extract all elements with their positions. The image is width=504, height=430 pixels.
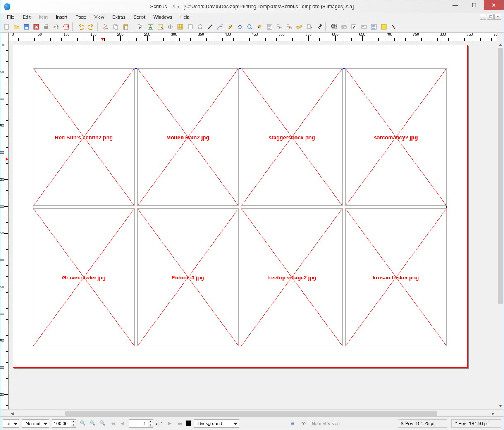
layer-select[interactable]: Background: [194, 419, 239, 428]
zoom-spinner[interactable]: ▲▼: [52, 419, 76, 428]
document-page[interactable]: Red Sun's Zenith2.pngMolten Rain2.jpgsta…: [13, 45, 468, 368]
pdf-combobox-button[interactable]: [359, 22, 368, 31]
zoom-input[interactable]: [52, 419, 71, 428]
canvas-area[interactable]: Red Sun's Zenith2.pngMolten Rain2.jpgsta…: [9, 41, 497, 409]
horizontal-scroll-thumb[interactable]: [65, 411, 437, 416]
menu-page[interactable]: Page: [72, 14, 91, 20]
scroll-left-button[interactable]: ◀: [9, 410, 16, 417]
line-button[interactable]: [205, 22, 215, 31]
scroll-right-button[interactable]: ▶: [490, 410, 497, 417]
vertical-ruler[interactable]: 0501001502002503003504004505005506006507…: [0, 41, 9, 409]
close-button[interactable]: [32, 22, 41, 31]
window-close-button[interactable]: ✕: [484, 0, 504, 10]
scroll-down-button[interactable]: ▼: [497, 402, 504, 409]
scroll-up-button[interactable]: ▲: [497, 41, 504, 48]
redo-button[interactable]: [86, 22, 96, 31]
unit-select[interactable]: pt: [3, 419, 19, 428]
cms-toggle-button[interactable]: 👁: [300, 420, 308, 427]
zoom-down-icon[interactable]: ▼: [71, 423, 76, 427]
menu-edit[interactable]: Edit: [19, 14, 35, 20]
menu-extras[interactable]: Extras: [108, 14, 129, 20]
pdf-button[interactable]: PDF: [62, 22, 71, 31]
menu-insert[interactable]: Insert: [52, 14, 72, 20]
zoom-button[interactable]: [245, 22, 254, 31]
frame-filename: Gravecrawler.jpg: [62, 274, 105, 280]
svg-rect-2: [25, 27, 28, 29]
polygon-button[interactable]: [196, 22, 205, 31]
mdi-minimize-button[interactable]: —: [480, 14, 486, 20]
edit-contents-button[interactable]: A: [255, 22, 264, 31]
pdf-textfield-button[interactable]: [339, 22, 349, 31]
cut-button[interactable]: [101, 22, 110, 31]
image-frame[interactable]: Entomb3.jpg: [137, 208, 239, 346]
page-input[interactable]: [129, 419, 148, 428]
pdf-annotation-button[interactable]: [379, 22, 388, 31]
next-page-button[interactable]: ▶: [166, 420, 173, 427]
link-button[interactable]: [275, 22, 284, 31]
open-button[interactable]: [12, 22, 21, 31]
pdf-link-button[interactable]: [389, 22, 398, 31]
undo-button[interactable]: [76, 22, 86, 31]
pdf-button-button[interactable]: OK: [330, 22, 339, 31]
mdi-close-button[interactable]: ✕: [494, 14, 501, 20]
new-button[interactable]: [2, 22, 11, 31]
image-frame[interactable]: Molten Rain2.jpg: [137, 68, 239, 206]
bezier-button[interactable]: [215, 22, 225, 31]
image-frame-button[interactable]: [156, 22, 165, 31]
window-titlebar: Scribus 1.4.5 - [C:\Users\David\Desktop\…: [0, 0, 504, 13]
edit-text-button[interactable]: [265, 22, 274, 31]
paste-button[interactable]: [121, 22, 130, 31]
image-frame[interactable]: treetop village2.jpg: [241, 208, 343, 346]
save-button[interactable]: [22, 22, 31, 31]
zoom-in-button[interactable]: 🔍: [99, 420, 106, 427]
preview-toggle-button[interactable]: 🖥: [289, 420, 296, 427]
copy-props-button[interactable]: [305, 22, 314, 31]
image-frame[interactable]: krosan tusker.png: [345, 208, 447, 346]
shape-button[interactable]: [186, 22, 195, 31]
preview-mode-select[interactable]: Normal: [22, 419, 49, 428]
mdi-restore-button[interactable]: ❐: [487, 14, 494, 20]
horizontal-ruler[interactable]: 0501001502002503003504004505005506006507…: [9, 33, 497, 41]
table-button[interactable]: [176, 22, 185, 31]
preflight-button[interactable]: [52, 22, 61, 31]
print-button[interactable]: [42, 22, 51, 31]
horizontal-scrollbar[interactable]: [16, 410, 490, 416]
first-page-button[interactable]: ⏮: [109, 420, 116, 427]
menu-item[interactable]: Item: [35, 14, 52, 20]
prev-page-button[interactable]: ◀: [119, 420, 126, 427]
zoom-up-icon[interactable]: ▲: [71, 420, 76, 423]
image-frame[interactable]: sarcomancy2.jpg: [345, 68, 447, 206]
eyedropper-button[interactable]: [315, 22, 324, 31]
zoom-out-button[interactable]: 🔍: [79, 420, 86, 427]
svg-point-20: [159, 25, 160, 26]
svg-rect-0: [5, 24, 8, 29]
ruler-origin[interactable]: [0, 33, 9, 41]
vertical-scrollbar[interactable]: ▲ ▼: [497, 41, 504, 409]
vertical-scroll-thumb[interactable]: [498, 48, 503, 304]
image-frame[interactable]: Gravecrawler.jpg: [33, 208, 135, 346]
pdf-checkbox-button[interactable]: [349, 22, 358, 31]
image-frame[interactable]: staggershock.png: [241, 68, 343, 206]
copy-button[interactable]: [111, 22, 120, 31]
window-minimize-button[interactable]: —: [446, 0, 465, 10]
menu-view[interactable]: View: [90, 14, 108, 20]
text-frame-button[interactable]: A: [146, 22, 155, 31]
image-frame[interactable]: Red Sun's Zenith2.png: [33, 68, 135, 206]
menu-help[interactable]: Help: [176, 14, 194, 20]
render-frame-button[interactable]: [166, 22, 175, 31]
menu-file[interactable]: File: [3, 14, 19, 20]
window-maximize-button[interactable]: ☐: [465, 0, 484, 10]
select-button[interactable]: [136, 22, 145, 31]
svg-text:PDF: PDF: [63, 24, 69, 29]
menu-windows[interactable]: Windows: [149, 14, 176, 20]
zoom-100-button[interactable]: 🔍: [89, 420, 96, 427]
page-spinner[interactable]: ▲▼: [129, 419, 153, 428]
measure-button[interactable]: [295, 22, 304, 31]
menu-script[interactable]: Script: [129, 14, 149, 20]
last-page-button[interactable]: ⏭: [176, 420, 183, 427]
rotate-button[interactable]: [235, 22, 244, 31]
pdf-listbox-button[interactable]: [369, 22, 378, 31]
svg-rect-34: [297, 25, 302, 29]
unlink-button[interactable]: [285, 22, 294, 31]
freehand-button[interactable]: [225, 22, 234, 31]
